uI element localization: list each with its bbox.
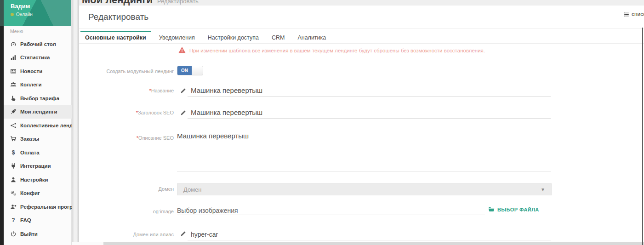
user-status: Онлайн <box>11 12 33 17</box>
online-status-dot-icon <box>11 13 14 16</box>
menu-section-label: Меню <box>10 28 23 34</box>
sidebar-item-label: Интеграции <box>20 163 51 169</box>
page-header: Мои лендингиРедактировать <box>82 0 199 6</box>
name-input[interactable] <box>188 85 551 97</box>
choose-file-button-label: ВЫБОР ФАЙЛА <box>497 207 539 212</box>
og-image-underline <box>177 215 485 215</box>
field-label-name: *Название <box>73 88 174 93</box>
seo-title-input[interactable] <box>188 107 551 119</box>
og-image-value[interactable]: Выбор изображения <box>177 207 238 214</box>
tab-2[interactable]: Уведомления <box>154 31 199 43</box>
sidebar-item-label: Выйти <box>20 231 38 237</box>
sidebar-item-label: Заказы <box>20 136 39 142</box>
chevron-down-icon: ▼ <box>541 187 545 192</box>
tab-label: Аналитика <box>297 34 326 41</box>
choose-file-button[interactable]: ВЫБОР ФАЙЛА <box>488 206 539 212</box>
sidebar-item-14[interactable]: ? FAQ <box>4 214 72 228</box>
tab-label: Основные настройки <box>85 34 146 41</box>
tab-label: Уведомления <box>159 34 195 41</box>
share-icon <box>10 122 17 129</box>
list-view-button[interactable]: список <box>623 11 644 17</box>
sidebar-item-9[interactable]: $ Оплата <box>4 146 72 160</box>
tab-3[interactable]: Настройки доступа <box>203 31 263 43</box>
vertical-scrollbar[interactable] <box>642 28 643 245</box>
tab-bar: Основные настройки Уведомления Настройки… <box>79 28 644 44</box>
list-icon <box>623 11 629 17</box>
sidebar-item-label: Статистика <box>20 55 50 60</box>
window-left-edge-top <box>0 0 4 26</box>
modular-landing-toggle[interactable]: ON <box>177 66 203 75</box>
pencil-icon <box>180 231 186 237</box>
sidebar-item-15[interactable]: Выйти <box>4 227 72 241</box>
sidebar-item-label: Коллеги <box>20 82 41 87</box>
dollar-icon: $ <box>10 149 17 156</box>
app-root: Вадим Онлайн Меню Рабочий стол Статистик… <box>0 0 644 245</box>
sidebar-item-2[interactable]: Статистика <box>4 51 72 65</box>
page-header-strip: Мои лендингиРедактировать <box>79 0 644 6</box>
sidebar-item-6[interactable]: Мои лендинги <box>4 105 72 119</box>
sidebar-item-label: Оплата <box>20 150 40 155</box>
domain-select[interactable]: Домен ▼ <box>177 183 552 195</box>
user-icon <box>10 177 17 183</box>
field-label-og-image: og:image <box>73 209 174 214</box>
domain-select-value: Домен <box>183 186 202 193</box>
domain-alias-input[interactable] <box>188 228 551 240</box>
sidebar-item-label: Новости <box>20 68 42 74</box>
sidebar-item-label: Мои лендинги <box>20 109 57 114</box>
sidebar-item-12[interactable]: Конфиг <box>4 187 72 200</box>
field-label-modular: Создать модульный лендинг <box>73 68 174 74</box>
users-icon <box>10 81 17 88</box>
tab-5[interactable]: Аналитика <box>293 31 331 43</box>
rocket-icon <box>10 108 17 115</box>
pencil-icon <box>180 88 186 94</box>
sidebar-menu: Рабочий стол Статистика Новости Коллеги … <box>4 37 72 241</box>
plug-icon <box>10 163 17 169</box>
user-plus-icon <box>10 204 17 210</box>
field-label-seo-title: *Заголовок SEO <box>73 110 174 115</box>
seo-description-textarea[interactable]: Машинка перевертыш <box>177 132 551 171</box>
user-panel: Вадим Онлайн <box>4 0 71 26</box>
sidebar-item-1[interactable]: Рабочий стол <box>4 37 72 51</box>
horizontal-scrollbar[interactable] <box>72 242 644 245</box>
toggle-knob <box>192 66 203 75</box>
page-subtitle: Редактировать <box>157 0 199 5</box>
sidebar-item-label: Выбор тарифа <box>20 96 59 101</box>
card-title: Редактировать <box>88 12 148 22</box>
tab-4[interactable]: CRM <box>267 31 289 43</box>
sidebar-item-label: Настройки <box>20 177 48 182</box>
warning-message: При изменении шаблона все изменения в ва… <box>189 48 485 53</box>
tab-1[interactable]: Основные настройки <box>80 31 151 43</box>
toggle-on-segment: ON <box>177 66 192 75</box>
news-icon <box>10 68 17 74</box>
tab-label: Настройки доступа <box>208 34 259 41</box>
window-left-edge <box>0 0 4 245</box>
sidebar-item-label: Конфиг <box>20 190 40 196</box>
question-icon: ? <box>10 217 17 223</box>
sidebar-item-13[interactable]: Реферальная программа <box>4 200 72 214</box>
sidebar-item-3[interactable]: Новости <box>4 64 72 78</box>
field-label-domain-alias: Домен или алиас <box>73 232 174 237</box>
tab-label: CRM <box>272 34 285 41</box>
power-icon <box>10 231 17 237</box>
list-view-button-label: список <box>632 11 644 17</box>
field-label-seo-description: *Описание SEO <box>73 135 174 141</box>
gears-icon <box>10 190 17 196</box>
sidebar-item-label: Рабочий стол <box>20 41 56 47</box>
folder-icon <box>488 206 495 212</box>
sidebar-item-11[interactable]: Настройки <box>4 173 72 187</box>
sidebar-item-4[interactable]: Коллеги <box>4 78 72 92</box>
hand-pointer-icon <box>10 95 17 102</box>
field-label-domain: Домен <box>73 186 174 192</box>
user-status-label: Онлайн <box>16 12 33 17</box>
warning-triangle-icon <box>178 46 186 53</box>
sidebar-item-8[interactable]: Заказы <box>4 132 72 146</box>
horizontal-scrollbar-thumb[interactable] <box>103 242 644 245</box>
user-name: Вадим <box>11 3 30 10</box>
sidebar-item-5[interactable]: Выбор тарифа <box>4 91 72 105</box>
stats-icon <box>10 54 17 61</box>
sidebar-item-10[interactable]: Интеграции <box>4 160 72 173</box>
sidebar-item-7[interactable]: Коллективные лендинги <box>4 119 72 132</box>
cart-icon <box>10 136 17 142</box>
pencil-icon <box>180 110 186 116</box>
sidebar: Вадим Онлайн Меню Рабочий стол Статистик… <box>4 0 72 245</box>
